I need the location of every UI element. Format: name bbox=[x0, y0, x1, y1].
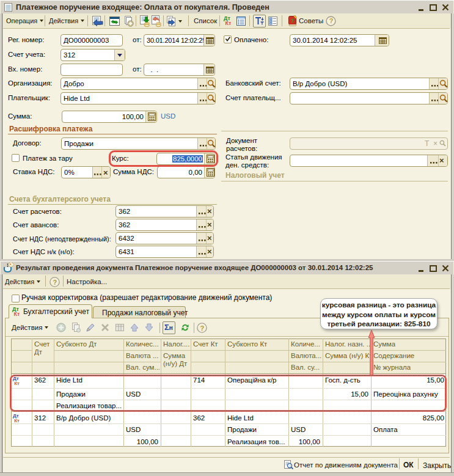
svg-text:?: ? bbox=[329, 17, 334, 24]
svg-text:?: ? bbox=[291, 18, 295, 24]
svg-text:?: ? bbox=[200, 324, 205, 332]
svg-text:?: ? bbox=[53, 279, 57, 286]
